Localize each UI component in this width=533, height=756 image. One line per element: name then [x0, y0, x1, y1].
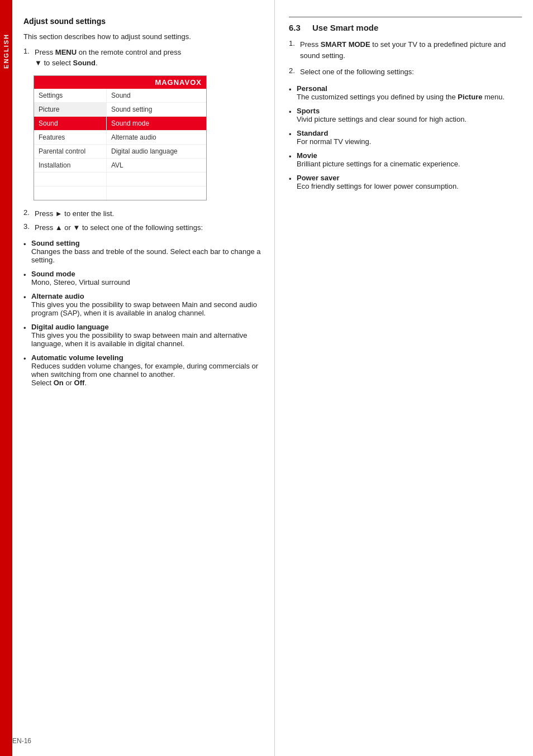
menu-right-avl: AVL: [107, 159, 206, 172]
right-step-1-text: Press SMART MODE to set your TV to a pre…: [300, 39, 522, 61]
language-tab: ENGLISH: [0, 0, 12, 756]
left-column: Adjust sound settings This section descr…: [12, 0, 275, 756]
bullet-body-avl: Reduces sudden volume changes, for examp…: [31, 362, 258, 387]
bullet-alternate-audio: • Alternate audio This gives you the pos…: [23, 292, 263, 317]
bullet-body-movie: Brilliant picture settings for a cinemat…: [297, 160, 460, 168]
bullet-sound-mode: • Sound mode Mono, Stereo, Virtual surro…: [23, 270, 263, 286]
page-number: EN-16: [12, 737, 31, 745]
right-step-2-text: Select one of the following settings:: [300, 66, 414, 78]
menu-left-features: Features: [34, 131, 107, 144]
left-section-title: Adjust sound settings: [23, 17, 263, 26]
menu-left-sound: Sound: [34, 117, 107, 130]
bullet-movie: • Movie Brilliant picture settings for a…: [289, 151, 522, 168]
language-label: ENGLISH: [3, 34, 9, 69]
bullet-title-power-saver: Power saver: [297, 174, 340, 182]
menu-row-parental: Parental control Digital audio language: [34, 145, 206, 159]
menu-row-features: Features Alternate audio: [34, 131, 206, 145]
right-step-1-num: 1.: [289, 39, 297, 61]
bullet-title-movie: Movie: [297, 151, 317, 160]
bullet-body-digital-audio: This gives you the possibility to swap b…: [31, 331, 248, 348]
menu-left-parental: Parental control: [34, 145, 107, 158]
bullet-body-sports: Vivid picture settings and clear sound f…: [297, 115, 467, 123]
menu-row-installation: Installation AVL: [34, 159, 206, 173]
bullet-body-standard: For normal TV viewing.: [297, 137, 371, 146]
bullet-body-sound-setting: Changes the bass and treble of the sound…: [31, 247, 261, 264]
bullet-power-saver: • Power saver Eco friendly settings for …: [289, 174, 522, 190]
step-2: 2. Press ► to enter the list.: [23, 208, 263, 219]
step-1: 1. Press MENU on the remote control and …: [23, 47, 263, 69]
bullet-title-digital-audio: Digital audio language: [31, 323, 109, 331]
menu-left-picture: Picture: [34, 103, 107, 116]
bullet-digital-audio: • Digital audio language This gives you …: [23, 323, 263, 348]
left-intro: This section describes how to adjust sou…: [23, 31, 263, 42]
bullet-title-personal: Personal: [297, 84, 327, 93]
right-step-1: 1. Press SMART MODE to set your TV to a …: [289, 39, 522, 61]
right-step-2: 2. Select one of the following settings:: [289, 66, 522, 78]
bullet-avl: • Automatic volume leveling Reduces sudd…: [23, 353, 263, 387]
menu-right-sound-mode: Sound mode: [107, 117, 206, 130]
menu-right-digital: Digital audio language: [107, 145, 206, 158]
bullet-title-standard: Standard: [297, 129, 328, 137]
menu-row-settings: Settings Sound: [34, 89, 206, 103]
bullet-title-sound-setting: Sound setting: [31, 239, 80, 247]
bullet-sports: • Sports Vivid picture settings and clea…: [289, 107, 522, 123]
menu-row-picture: Picture Sound setting: [34, 103, 206, 117]
right-step-2-num: 2.: [289, 66, 297, 78]
bullet-body-personal: The customized settings you defined by u…: [297, 93, 505, 101]
menu-right-sound: Sound: [107, 89, 206, 102]
bullet-title-sports: Sports: [297, 107, 320, 115]
menu-right-sound-setting: Sound setting: [107, 103, 206, 116]
right-column: 6.3 Use Smart mode 1. Press SMART MODE t…: [275, 0, 533, 756]
page-footer: EN-16: [12, 737, 31, 745]
step-3-num: 3.: [23, 222, 31, 233]
bullet-body-power-saver: Eco friendly settings for lower power co…: [297, 182, 459, 190]
step-1-num: 1.: [23, 47, 31, 69]
bullet-standard: • Standard For normal TV viewing.: [289, 129, 522, 146]
bullet-sound-setting: • Sound setting Changes the bass and tre…: [23, 239, 263, 264]
section-title: Use Smart mode: [312, 23, 378, 32]
bullet-title-avl: Automatic volume leveling: [31, 353, 123, 362]
menu-row-sound: Sound Sound mode: [34, 117, 206, 131]
step-2-num: 2.: [23, 208, 31, 219]
section-num: 6.3: [289, 23, 306, 32]
bullet-body-alternate-audio: This gives you the possibility to swap b…: [31, 300, 257, 317]
menu-brand: MAGNAVOX: [34, 76, 206, 89]
step-3: 3. Press ▲ or ▼ to select one of the fol…: [23, 222, 263, 233]
bullet-title-alternate-audio: Alternate audio: [31, 292, 84, 300]
bullet-body-sound-mode: Mono, Stereo, Virtual surround: [31, 278, 130, 286]
bullet-title-sound-mode: Sound mode: [31, 270, 75, 278]
step-3-text: Press ▲ or ▼ to select one of the follow…: [35, 222, 203, 233]
step-1-text: Press MENU on the remote control and pre…: [35, 47, 181, 69]
menu-left-installation: Installation: [34, 159, 107, 172]
section-6-3-header: 6.3 Use Smart mode: [289, 17, 522, 32]
menu-left-settings: Settings: [34, 89, 107, 102]
step-2-text: Press ► to enter the list.: [35, 208, 114, 219]
menu-row-spacer1: [34, 173, 206, 186]
menu-row-spacer2: [34, 186, 206, 200]
menu-right-alternate: Alternate audio: [107, 131, 206, 144]
menu-mockup: MAGNAVOX Settings Sound Picture Sound se…: [34, 75, 207, 200]
bullet-personal: • Personal The customized settings you d…: [289, 84, 522, 101]
